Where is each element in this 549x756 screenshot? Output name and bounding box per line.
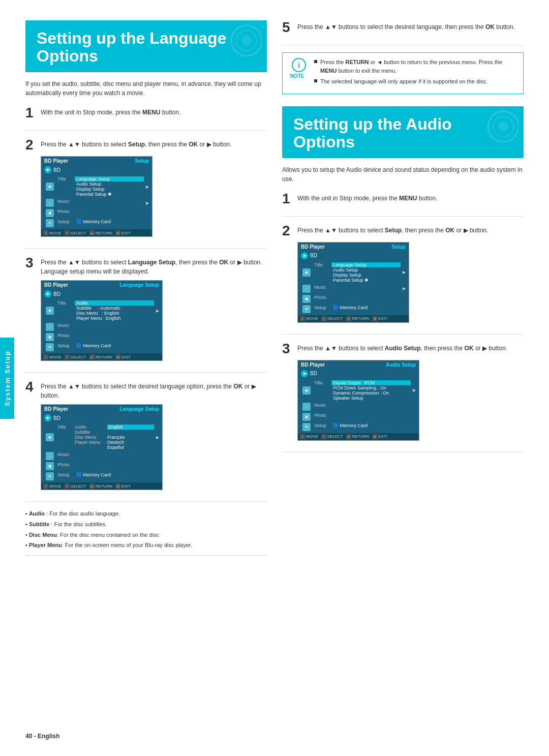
lang-photo-icon-col: ▣ (44, 333, 55, 341)
memory-card-item: 🟦 Memory Card (75, 219, 149, 224)
lang-sel-exit-lbl: EXIT (121, 484, 131, 489)
bd-row-title: ◉ Title Language Setup Audio Setup Displ… (41, 175, 152, 198)
lang-sel-return-lbl: RETURN (96, 484, 112, 489)
audio-menu-footer: ↕ MOVE ○ SELECT ↩ RETURN ✕ (298, 315, 409, 322)
lang-setup-content: 🟦 Memory Card (75, 343, 159, 351)
lang-sel-title-lbl: Title (57, 425, 73, 450)
speaker-setup: Speaker Setup (331, 396, 411, 401)
audio-step-2-header: 2 Press the ▲▼ buttons to select Setup, … (282, 224, 524, 238)
note-icon-col: i NOTE (289, 58, 309, 79)
lang-sel-music: ♪ Music (41, 451, 162, 461)
aud-setup-bd-icon: ▶ (301, 370, 308, 377)
audio-select-icon: ○ (321, 316, 326, 321)
aud-return-ico: ↩ (346, 434, 351, 439)
lang-sel-bd-row: ▶ BD (41, 413, 162, 422)
lang-select-icon: ○ (65, 354, 70, 359)
music-arrow: ▶ (146, 201, 149, 205)
aud-setup-menu-right: Audio Setup (386, 362, 416, 368)
lang-sel-music-lbl: Music (57, 452, 73, 460)
audio-step-2: 2 Press the ▲▼ buttons to select Setup, … (282, 224, 524, 335)
return-icon: ↩ (89, 230, 95, 235)
music-label: Music (57, 199, 73, 207)
audio-parental-setup: Parental Setup ✱ (331, 278, 401, 283)
espanol-option: Español (107, 445, 124, 450)
audio-photo-icon: ▣ (302, 295, 311, 303)
audio-option-lbl: Audio (75, 425, 86, 430)
aud-exit-ico: ✕ (372, 434, 377, 439)
lang-menu-header: BD Player Language Setup (41, 281, 162, 289)
step-1-number: 1 (25, 106, 37, 120)
playermenu-option-lbl: Player Menu (75, 440, 101, 445)
audio-bd-label: BD (310, 253, 317, 258)
lang-title-content: Audio Subtitle : Automatic Disc Menu : E… (75, 300, 154, 321)
aud-footer-select: ○ SELECT (321, 434, 343, 439)
bullet-audio: • Audio : For the disc audio language. (25, 509, 267, 519)
audio-title-line1: Setting up the Audio (293, 115, 452, 133)
bd-menu-header: BD Player Setup (41, 157, 152, 165)
audio-setup-content: 🟦 Memory Card (331, 305, 406, 313)
language-title-line1: Setting up the Language (37, 29, 226, 47)
aud-music-ico: ♪ (302, 403, 311, 411)
audio-setup-row: ⚙ Setup 🟦 Memory Card (298, 304, 409, 314)
audio-step-2-text: Press the ▲▼ buttons to select Setup, th… (297, 224, 489, 235)
footer-move: ↕ MOVE (43, 230, 62, 235)
audio-photo-row: ▣ Photo (298, 294, 409, 304)
lang-setup-icon-col: ⚙ (44, 343, 55, 351)
lang-sel-move-lbl: MOVE (49, 484, 62, 489)
step-2-header: 2 Press the ▲▼ buttons to select Setup, … (25, 138, 267, 152)
lang-setup-highlight: Language Setup (75, 176, 144, 182)
audio-music-arrow: ▶ (403, 286, 406, 291)
lang-sel-title-icon: ◉ (44, 425, 55, 450)
audio-lang-setup-hl: Language Setup (331, 262, 401, 267)
lang-playermenu-row: Player Menu : English (75, 316, 154, 321)
lang-photo-icon: ▣ (46, 333, 54, 341)
lang-sel-content: Audio Subtitle Disc Menu Player Menu Eng… (75, 425, 154, 450)
bd-audio-setup-menu: BD Player Audio Setup ▶ BD ◉ Title Digit… (297, 360, 419, 441)
audio-step-3-text: Press the ▲▼ buttons to select Audio Set… (297, 342, 507, 353)
bullet-subtitle: • Subtitle : For the disc subtitles. (25, 520, 267, 529)
bd-row-setup: ⚙ Setup 🟦 Memory Card (41, 218, 152, 228)
lang-memory-item: 🟦 Memory Card (75, 343, 159, 348)
title-icon-col: ◉ (44, 176, 55, 197)
lang-music-icon-col: ♪ (44, 323, 55, 331)
lang-sel-select-lbl: SELECT (71, 484, 86, 489)
step-1-header: 1 With the unit in Stop mode, press the … (25, 106, 267, 120)
aud-setup-bd-row: ▶ BD (298, 369, 419, 378)
lang-subtitle-row: Subtitle : Automatic (75, 306, 154, 311)
audio-step-1-header: 1 With the unit in Stop mode, press the … (282, 192, 524, 206)
subtitle-option-lbl: Subtitle (75, 430, 90, 435)
aud-footer-return: ↩ RETURN (346, 434, 369, 439)
aud-setup-row: ⚙ Setup 🟦 Memory Card (298, 422, 419, 432)
audio-display-setup: Display Setup (331, 273, 401, 278)
audio-exit-lbl: EXIT (378, 316, 387, 321)
note-text-2: The selected language will only appear i… (320, 77, 488, 86)
audio-setup-lbl: Setup (314, 305, 329, 313)
step-3: 3 Press the ▲▼ buttons to select Languag… (25, 256, 267, 373)
note-icon: i (292, 58, 306, 72)
step-5-lang: 5 Press the ▲▼ buttons to select the des… (282, 20, 524, 45)
bd-label: BD (53, 167, 60, 173)
bullet-discmenu: • Disc Menu: For the disc menu contained… (25, 530, 267, 540)
aud-photo-ico: ▣ (302, 413, 311, 421)
note-box: i NOTE Press the RETURN or ◄ button to r… (282, 52, 524, 94)
step-1: 1 With the unit in Stop mode, press the … (25, 106, 267, 131)
lang-music-icon: ♪ (46, 323, 54, 331)
step-4-number: 4 (25, 380, 37, 394)
aud-setup-menu-header: BD Player Audio Setup (298, 360, 419, 369)
language-title: Setting up the Language Options (37, 29, 256, 65)
step-3-number: 3 (25, 256, 37, 270)
aud-title-ico: ◉ (302, 386, 311, 395)
audio-exit-icon: ✕ (372, 316, 377, 321)
lang-photo-row: ▣ Photo (41, 332, 162, 342)
lang-music-label: Music (57, 323, 73, 331)
language-title-line2: Options (37, 47, 98, 65)
audio-footer-select: ○ SELECT (321, 316, 343, 321)
audio-music-row: ♪ Music ▶ (298, 284, 409, 294)
aud-move-lbl: MOVE (306, 434, 318, 439)
lang-title-row: ◉ Title Audio Subtitle : Automatic Disc … (41, 299, 162, 322)
lang-title-arrow: ▶ (156, 309, 159, 313)
lang-setup-row: ⚙ Setup 🟦 Memory Card (41, 342, 162, 352)
lang-music-row: ♪ Music (41, 322, 162, 332)
sidebar-label: System Setup (4, 350, 11, 406)
audio-memory-card: 🟦 Memory Card (331, 305, 406, 310)
